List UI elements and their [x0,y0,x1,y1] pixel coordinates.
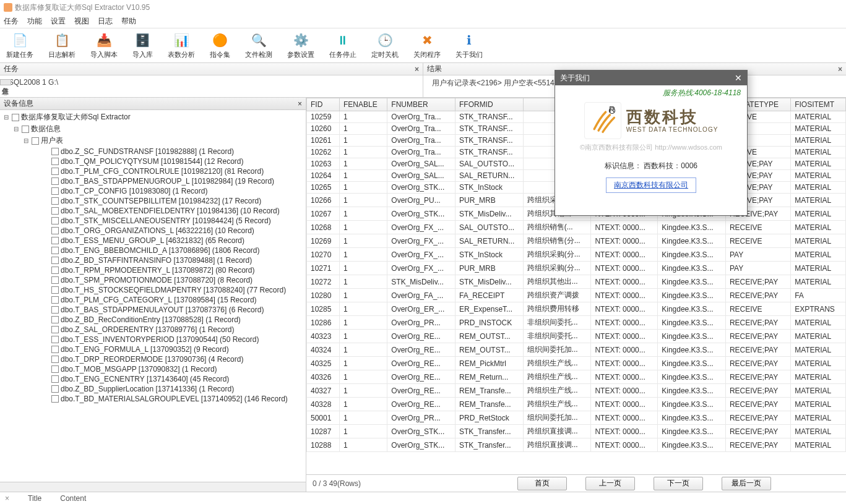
table-row[interactable]: 102881OverOrg_STK...STK_Transfer...跨组织直接… [307,438,846,452]
tree-item-6[interactable]: dbo.T_SAL_MOBEXTENDFIELDENTRY [101984136… [2,206,303,216]
tree-toggle-icon[interactable]: ⊟ [22,137,30,144]
table-row[interactable]: 102721STK_MisDeliv...STK_MisDeliv...跨组织其… [307,275,846,289]
col-3[interactable]: FFORMID [455,98,524,111]
tree[interactable]: ⊟数据库修复取证大师Sql Extractor⊟数据信息⊟用户表dbo.Z_SC… [0,110,306,482]
tree-item-19[interactable]: dbo.T_ESS_INVENTORYPERIOD [137090544] (5… [2,335,303,344]
tree-checkbox[interactable] [51,217,59,224]
col-0[interactable]: FID [307,98,340,111]
tree-item-14[interactable]: dbo.T_HS_STOCKSEQFIELDMAPENTRY [13708824… [2,285,303,295]
tree-lvl3[interactable]: ⊟用户表 [2,135,303,147]
tree-toggle-icon[interactable]: ⊟ [12,126,20,132]
tree-checkbox[interactable] [51,306,59,314]
tree-checkbox[interactable] [51,356,59,363]
table-row[interactable]: 102861OverOrg_PR...PRD_INSTOCK非组织间委托...N… [307,316,846,330]
table-row[interactable]: 102701OverOrg_FX_...STK_InStock跨组织采购(分..… [307,248,846,262]
cmdset-button[interactable]: 🟠指令集 [210,32,230,59]
import-script-button[interactable]: 📥导入脚本 [90,32,118,59]
tree-item-24[interactable]: dbo.Z_BD_SupplierLocation [137141336] (1… [2,384,303,394]
tree-item-0[interactable]: dbo.Z_SC_FUNDSTRANSF [101982888] (1 Reco… [2,147,303,156]
tree-checkbox[interactable] [51,237,59,244]
table-row[interactable]: 403251OverOrg_RE...REM_PickMtrl跨组织生产线...… [307,357,846,370]
tree-item-18[interactable]: dbo.Z_SAL_ORDERENTRY [137089776] (1 Reco… [2,325,303,335]
tree-checkbox[interactable] [51,346,59,353]
menu-5[interactable]: 帮助 [121,16,136,27]
tree-item-25[interactable]: dbo.T_BD_MATERIALSALGROUPLEVEL [13714095… [2,394,303,404]
tree-item-10[interactable]: dbo.T_ENG_BBEBOMCHILD_A [137086896] (180… [2,246,303,255]
side-tab-taskinfo[interactable]: 任务信息 [0,79,11,85]
table-row[interactable]: 102871OverOrg_STK...STK_Transfer...跨组织直接… [307,425,846,438]
tree-close[interactable]: × [298,100,302,108]
tree-checkbox[interactable] [51,375,59,383]
menu-2[interactable]: 设置 [51,16,66,27]
tree-checkbox[interactable] [51,385,59,393]
tree-item-13[interactable]: dbo.T_SPM_PROMOTIONMODE [137088720] (8 R… [2,275,303,285]
tree-hscroll[interactable] [0,482,306,492]
tree-item-3[interactable]: dbo.T_BAS_STDAPPMENUGROUP_L [101982984] … [2,176,303,186]
tree-checkbox[interactable] [51,286,59,294]
log-parse-button[interactable]: 📋日志解析 [48,32,76,59]
table-analyze-button[interactable]: 📊表数分析 [168,32,195,59]
table-row[interactable]: 102691OverOrg_FX_...SAL_RETURN...跨组织销售(分… [307,234,846,248]
tree-checkbox[interactable] [32,137,39,145]
table-row[interactable]: 102711OverOrg_FX_...PUR_MRB跨组织采购(分...NTE… [307,262,846,275]
table-row[interactable]: 102851OverOrg_ER_...ER_ExpenseT...跨组织费用转… [307,302,846,316]
tree-item-21[interactable]: dbo.T_DRP_REORDERMODE [137090736] (4 Rec… [2,354,303,364]
col-1[interactable]: FENABLE [339,98,387,111]
tree-item-5[interactable]: dbo.T_STK_COUNTSEPBILLITEM [101984232] (… [2,196,303,206]
new-task-button[interactable]: 📄新建任务 [6,32,33,59]
tree-item-20[interactable]: dbo.T_ENG_FORMULA_L [137090352] (9 Recor… [2,344,303,354]
about-link[interactable]: 南京西数科技有限公司 [606,177,696,193]
menu-4[interactable]: 日志 [98,16,113,27]
tree-item-17[interactable]: dbo.Z_BD_RecConditionEntry [137088528] (… [2,315,303,325]
tree-item-4[interactable]: dbo.T_CP_CONFIG [101983080] (1 Record) [2,186,303,196]
statusbar-close[interactable]: × [5,494,9,503]
tree-item-12[interactable]: dbo.T_RPM_RPMODEENTRY_L [137089872] (80 … [2,265,303,275]
tree-checkbox[interactable] [51,197,59,205]
tree-checkbox[interactable] [12,114,19,121]
menu-3[interactable]: 视图 [74,16,89,27]
tree-checkbox[interactable] [51,316,59,323]
table-row[interactable]: 403271OverOrg_RE...REM_Transfe...跨组织生产线.… [307,384,846,398]
tree-checkbox[interactable] [51,207,59,215]
col-8[interactable]: FIOSITEMT [791,98,846,111]
table-row[interactable]: 403261OverOrg_RE...REM_Return...跨组织生产线..… [307,370,846,384]
tree-checkbox[interactable] [51,365,59,373]
col-2[interactable]: FNUMBER [387,98,455,111]
file-detect-button[interactable]: 🔍文件检测 [245,32,272,59]
import-db-button[interactable]: 🗄️导入库 [132,32,153,59]
about-button[interactable]: ℹ关于我们 [455,32,483,59]
tree-checkbox[interactable] [51,267,59,274]
tree-checkbox[interactable] [51,227,59,234]
timer-off-button[interactable]: 🕒定时关机 [371,32,399,59]
tree-item-9[interactable]: dbo.T_ESS_MENU_GROUP_L [46321832] (65 Re… [2,236,303,246]
tree-toggle-icon[interactable]: ⊟ [2,114,10,121]
close-app-button[interactable]: ✖关闭程序 [413,32,441,59]
table-row[interactable]: 403281OverOrg_RE...REM_Transfe...跨组织生产线.… [307,398,846,411]
menu-0[interactable]: 任务 [4,16,19,27]
tree-checkbox[interactable] [51,336,59,343]
param-set-button[interactable]: ⚙️参数设置 [287,32,314,59]
tree-item-7[interactable]: dbo.T_STK_MISCELLANEOUSENTRY [101984424]… [2,216,303,226]
about-titlebar[interactable]: 关于我们 ✕ [555,70,747,85]
tree-checkbox[interactable] [51,257,59,264]
tree-item-11[interactable]: dbo.Z_BD_STAFFINTRANSINFO [137089488] (1… [2,255,303,265]
pager-btn-1[interactable]: 上一页 [585,477,635,490]
tree-checkbox[interactable] [51,168,59,175]
task-panel-close[interactable]: × [415,65,419,74]
pager-btn-3[interactable]: 最后一页 [722,477,771,490]
table-row[interactable]: 102681OverOrg_FX_...SAL_OUTSTO...跨组织销售(.… [307,221,846,234]
table-row[interactable]: 403241OverOrg_RE...REM_OUTST...组织间委托加...… [307,343,846,357]
tree-checkbox[interactable] [51,395,59,403]
tree-checkbox[interactable] [51,247,59,254]
tree-lvl2[interactable]: ⊟数据信息 [2,123,303,135]
table-row[interactable]: 500011OverOrg_PR...PRD_RetStock组织间委托加...… [307,411,846,425]
tree-item-1[interactable]: dbo.T_QM_POLICYQTYSUM [101981544] (12 Re… [2,156,303,166]
menu-1[interactable]: 功能 [27,16,42,27]
tree-checkbox[interactable] [51,296,59,304]
tree-item-23[interactable]: dbo.T_ENG_ECNENTRY [137143640] (45 Recor… [2,374,303,384]
task-stop-button[interactable]: ⏸任务停止 [329,32,356,59]
about-close-icon[interactable]: ✕ [735,73,742,83]
result-panel-close[interactable]: × [838,65,842,74]
tree-item-16[interactable]: dbo.T_BAS_STDAPPMENULAYOUT [137087376] (… [2,305,303,315]
table-row[interactable]: 102801OverOrg_FA_...FA_RECEIPT跨组织资产调拨NTE… [307,289,846,302]
